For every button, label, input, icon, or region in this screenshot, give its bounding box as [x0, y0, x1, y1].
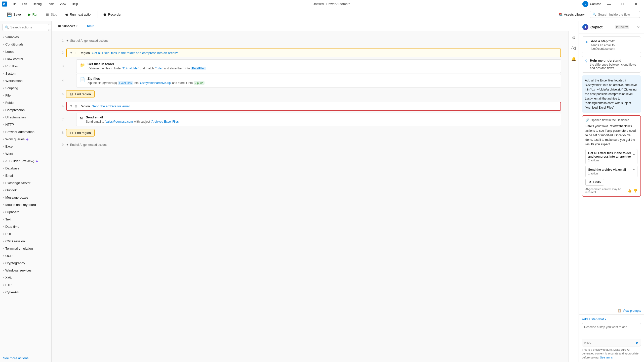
- region-header-email[interactable]: ▼ ⊟ Region Send the archive via email: [66, 102, 561, 111]
- end-region-2: ⊟ End region: [66, 129, 95, 137]
- flow-row-2: 2 ▼ ⊟ Region Get all Excel files in the …: [59, 47, 561, 58]
- sidebar-item-windows-services[interactable]: › Windows services: [0, 267, 51, 274]
- end-icon: ✦: [66, 143, 69, 147]
- undo-button[interactable]: ↺ Undo: [585, 179, 604, 186]
- sidebar-item-cmd-session[interactable]: › CMD session: [0, 238, 51, 245]
- titlebar-right: C Contoso — □ ✕: [582, 0, 642, 8]
- add-step-dropdown[interactable]: Add a step that ▾: [582, 317, 641, 321]
- sidebar-item-ocr[interactable]: › OCR: [0, 252, 51, 259]
- sidebar-item-database[interactable]: › Database: [0, 165, 51, 172]
- send-button[interactable]: ➤: [635, 340, 639, 345]
- menu-file[interactable]: File: [9, 1, 19, 7]
- sidebar-item-ai-builder[interactable]: › AI Builder (Preview) ◆: [0, 157, 51, 165]
- menu-view[interactable]: View: [57, 1, 69, 7]
- thumbs-up-button[interactable]: 👍: [627, 189, 632, 193]
- sidebar-item-variables[interactable]: › Variables: [0, 33, 51, 41]
- sidebar-item-xml[interactable]: › XML: [0, 274, 51, 281]
- sidebar-item-email[interactable]: › Email: [0, 172, 51, 179]
- sidebar-item-scripting[interactable]: › Scripting: [0, 84, 51, 92]
- sidebar-item-terminal-emulation[interactable]: › Terminal emulation: [0, 245, 51, 252]
- recorder-button[interactable]: ⏺ Recorder: [100, 11, 125, 18]
- sidebar-item-date-time[interactable]: › Date time: [0, 223, 51, 230]
- sidebar-item-outlook[interactable]: › Outlook: [0, 187, 51, 194]
- sidebar-item-ui-automation[interactable]: › UI automation: [0, 114, 51, 121]
- username: Contoso: [590, 2, 601, 6]
- copilot-suggestion-help[interactable]: ? Help me understand the difference betw…: [582, 56, 641, 73]
- flow-row-8: 8 ⊟ End region: [59, 127, 561, 138]
- menu-edit[interactable]: Edit: [19, 1, 30, 7]
- sidebar-item-cyberark[interactable]: › CyberArk: [0, 289, 51, 296]
- right-icon-3[interactable]: 🔔: [570, 55, 578, 63]
- sidebar-item-workstation[interactable]: › Workstation: [0, 77, 51, 84]
- right-icon-1[interactable]: ⚙: [570, 34, 578, 42]
- sidebar-item-flow-control[interactable]: › Flow control: [0, 55, 51, 63]
- search-actions-input[interactable]: [10, 25, 52, 29]
- window-title: Untitled | Power Automate: [80, 2, 582, 6]
- sidebar-item-browser-automation[interactable]: › Browser automation: [0, 128, 51, 135]
- sidebar-item-clipboard[interactable]: › Clipboard: [0, 208, 51, 216]
- copilot-more-button[interactable]: ···: [631, 25, 635, 30]
- collapse-icon[interactable]: ▼: [70, 104, 73, 108]
- sidebar-item-file[interactable]: › File: [0, 92, 51, 99]
- thumbs-down-button[interactable]: 👎: [633, 189, 637, 193]
- assets-library-button[interactable]: 📚 Assets Library: [555, 11, 588, 18]
- sidebar-item-compression[interactable]: › Compression: [0, 106, 51, 114]
- region-name-excel: Get all Excel files in the folder and co…: [92, 51, 179, 55]
- copilot-close-button[interactable]: ✕: [636, 25, 640, 30]
- chevron-down-icon: ▾: [633, 153, 635, 157]
- sidebar-item-cryptography[interactable]: › Cryptography: [0, 259, 51, 267]
- subflows-button[interactable]: ⊞ Subflows ▾: [56, 23, 80, 29]
- copilot-suggestion-add-step[interactable]: ✦ Add a step that sends an email to lee@…: [582, 36, 641, 53]
- flow-group-email[interactable]: Send the archive via email ▾ 1 action: [585, 166, 637, 177]
- run-button[interactable]: ▶ Run: [25, 11, 42, 18]
- sidebar-item-text[interactable]: › Text: [0, 216, 51, 223]
- tab-main[interactable]: Main: [82, 22, 100, 30]
- search-input[interactable]: [598, 13, 637, 16]
- sidebar-item-loops[interactable]: › Loops: [0, 48, 51, 55]
- menu-help[interactable]: Help: [69, 1, 80, 7]
- right-icon-2[interactable]: {x}: [570, 44, 578, 52]
- sidebar-item-exchange-server[interactable]: › Exchange Server: [0, 179, 51, 187]
- minimize-button[interactable]: —: [603, 0, 615, 8]
- line-number-6: 6: [59, 104, 66, 108]
- sidebar-item-folder[interactable]: › Folder: [0, 99, 51, 106]
- start-label: ✦ Start of AI generated actions: [66, 39, 561, 42]
- sidebar-item-pdf[interactable]: › PDF: [0, 230, 51, 238]
- chevron-right-icon: ›: [3, 109, 4, 111]
- assets-icon: 📚: [558, 13, 562, 16]
- menu-tools[interactable]: Tools: [45, 1, 57, 7]
- close-button[interactable]: ✕: [630, 0, 642, 8]
- sidebar-item-conditionals[interactable]: › Conditionals: [0, 41, 51, 48]
- sidebar-item-message-boxes[interactable]: › Message boxes: [0, 194, 51, 201]
- sidebar-item-run-flow[interactable]: › Run flow: [0, 63, 51, 70]
- view-prompts-button[interactable]: 📋 View prompts: [579, 307, 644, 314]
- search-inside-flow[interactable]: 🔍: [590, 11, 640, 18]
- sidebar-item-http[interactable]: › HTTP: [0, 121, 51, 128]
- region-header-excel[interactable]: ▼ ⊟ Region Get all Excel files in the fo…: [66, 49, 561, 57]
- sidebar-item-ftp[interactable]: › FTP: [0, 281, 51, 289]
- copilot-text-input[interactable]: [582, 323, 641, 338]
- see-terms-link[interactable]: See terms: [600, 356, 613, 359]
- line-number-7: 7: [59, 118, 66, 121]
- search-actions-box[interactable]: 🔍: [3, 24, 49, 31]
- maximize-button[interactable]: □: [617, 0, 628, 8]
- save-button[interactable]: 💾 Save: [4, 11, 24, 18]
- run-next-button[interactable]: ⏭ Run next action: [61, 11, 95, 18]
- get-files-action[interactable]: 📁 Get files in folder Retrieve the files…: [76, 59, 561, 73]
- chevron-right-icon: ›: [3, 138, 4, 141]
- sidebar-item-word[interactable]: › Word: [0, 150, 51, 157]
- sidebar-item-excel[interactable]: › Excel: [0, 143, 51, 150]
- menu-debug[interactable]: Debug: [30, 1, 44, 7]
- send-email-action[interactable]: ✉ Send email Send email to 'sales@contos…: [76, 113, 561, 126]
- sidebar-item-work-queues[interactable]: › Work queues ◆: [0, 135, 51, 143]
- designer-icon: 🔗: [585, 118, 589, 122]
- collapse-icon[interactable]: ▼: [70, 51, 73, 55]
- separator: [98, 11, 98, 18]
- sidebar-item-system[interactable]: › System: [0, 70, 51, 77]
- zip-files-action[interactable]: 📄 Zip files Zip the file(s)/folder(s) Ex…: [76, 74, 561, 87]
- sidebar-item-mouse-keyboard[interactable]: › Mouse and keyboard: [0, 201, 51, 208]
- see-more-actions[interactable]: See more actions: [0, 354, 51, 362]
- line-number-8: 8: [59, 131, 66, 134]
- stop-button[interactable]: ⏹ Stop: [43, 11, 61, 18]
- flow-group-excel[interactable]: Get all Excel files in the folder and co…: [585, 149, 637, 164]
